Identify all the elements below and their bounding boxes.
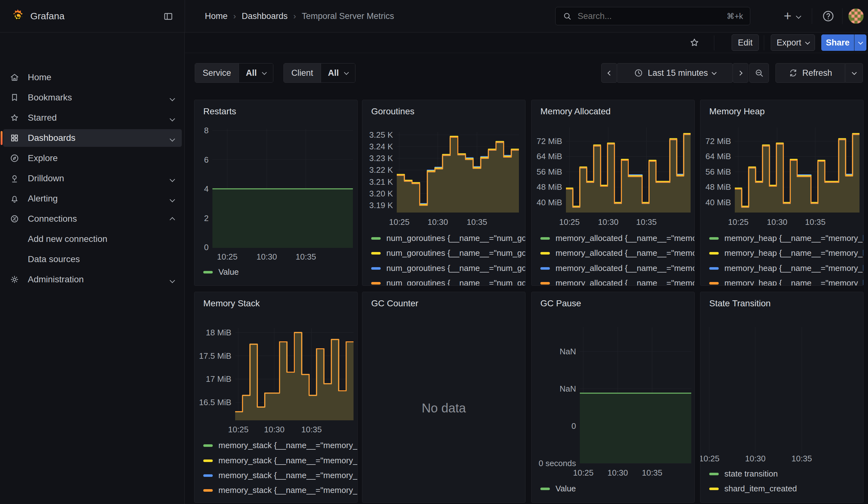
legend-item[interactable]: memory_heap {__name__="memory_h [709, 248, 864, 258]
breadcrumb-dashboards[interactable]: Dashboards [242, 11, 288, 21]
legend-item[interactable]: memory_heap {__name__="memory_h [709, 233, 864, 243]
panel-title[interactable]: State Transition [709, 298, 771, 309]
refresh-interval-button[interactable] [845, 63, 863, 83]
panel-title[interactable]: GC Pause [540, 298, 581, 309]
y-axis-label: 56 MiB [700, 167, 731, 177]
sidebar-item-bookmarks[interactable]: Bookmarks [3, 89, 182, 106]
sidebar-item-alerting[interactable]: Alerting [3, 190, 182, 207]
chevron-down-icon [851, 70, 857, 75]
export-label: Export [776, 38, 801, 48]
chart-plot[interactable] [213, 129, 353, 248]
chart-plot[interactable] [580, 327, 691, 463]
sidebar-item-explore[interactable]: Explore [3, 150, 182, 167]
legend-item[interactable]: memory_allocated {__name__="memo [540, 278, 695, 286]
x-axis-label: 10:30 [767, 217, 787, 227]
sidebar-item-label: Data sources [28, 254, 80, 264]
panel-title[interactable]: Restarts [203, 106, 236, 116]
legend-series-label: num_goroutines {__name__="num_go [386, 263, 526, 273]
chart-plot[interactable] [735, 127, 859, 213]
x-axis-label: 10:30 [264, 424, 285, 434]
grafana-app: Grafana Home › Dashboards › Temporal Ser… [0, 0, 868, 504]
x-axis-label: 10:30 [607, 468, 628, 478]
x-axis-label: 10:35 [642, 468, 662, 478]
sidebar-item-dashboards[interactable]: Dashboards [3, 129, 182, 147]
breadcrumb-home[interactable]: Home [205, 11, 228, 21]
legend-item[interactable]: num_goroutines {__name__="num_go [371, 233, 526, 243]
legend-item[interactable]: Value [203, 267, 239, 277]
legend-item[interactable]: shard_item_created [709, 484, 797, 494]
search-bar[interactable]: ⌘+k [555, 7, 750, 25]
export-button[interactable]: Export [771, 34, 815, 51]
time-shift-back-button[interactable] [601, 63, 617, 83]
panel-title[interactable]: Goroutines [371, 106, 414, 116]
client-filter[interactable]: Client All [283, 63, 355, 83]
legend-item[interactable]: memory_stack {__name__="memory_s [203, 485, 358, 495]
chevron-down-icon[interactable] [170, 93, 174, 103]
chevron-down-icon[interactable] [170, 173, 174, 184]
search-input[interactable] [577, 11, 726, 21]
collapse-menu-icon[interactable] [163, 11, 174, 22]
sidebar-item-connections[interactable]: Connections [3, 210, 182, 228]
legend-series-color [709, 237, 719, 240]
y-axis-label: 64 MiB [531, 151, 562, 161]
add-button[interactable]: + [784, 10, 800, 23]
share-menu-button[interactable] [855, 34, 866, 51]
legend-item[interactable]: memory_allocated {__name__="memo [540, 233, 695, 243]
legend-item[interactable]: Value [540, 484, 576, 494]
panel-title[interactable]: Memory Stack [203, 298, 260, 309]
legend-series-label: memory_stack {__name__="memory_s [218, 456, 358, 465]
time-range-picker[interactable]: Last 15 minutes [617, 63, 733, 83]
legend-item[interactable]: memory_stack {__name__="memory_s [203, 441, 358, 450]
chevron-down-icon[interactable] [170, 113, 174, 123]
refresh-button[interactable]: Refresh [776, 63, 845, 83]
share-button[interactable]: Share [821, 34, 854, 51]
legend-item[interactable]: memory_allocated {__name__="memo [540, 248, 695, 258]
legend-item[interactable]: num_goroutines {__name__="num_go [371, 263, 526, 273]
legend-item[interactable]: num_goroutines {__name__="num_go [371, 278, 526, 286]
sidebar-item-add-new-connection[interactable]: Add new connection [3, 230, 182, 248]
service-filter-value[interactable]: All [239, 63, 273, 82]
avatar[interactable] [848, 9, 864, 24]
sidebar-item-home[interactable]: Home [3, 69, 182, 86]
chart-plot[interactable] [566, 127, 691, 213]
chevron-down-icon[interactable] [170, 133, 174, 143]
zoom-out-button[interactable] [749, 63, 769, 83]
sidebar-item-drilldown[interactable]: Drilldown [3, 169, 182, 187]
legend-item[interactable]: num_goroutines {__name__="num_go [371, 248, 526, 258]
chevron-down-icon [805, 40, 810, 44]
edit-button[interactable]: Edit [732, 34, 759, 51]
chevron-down-icon[interactable] [170, 194, 174, 204]
search-shortcut: ⌘+k [726, 12, 743, 21]
help-icon[interactable] [822, 10, 835, 23]
panel-title[interactable]: GC Counter [371, 298, 418, 309]
panel-title[interactable]: Memory Allocated [540, 106, 611, 116]
chart-plot[interactable] [397, 132, 519, 213]
brand-name[interactable]: Grafana [30, 11, 64, 21]
sidebar-item-administration[interactable]: Administration [3, 271, 182, 288]
no-data-message: No data [362, 401, 525, 415]
chart-plot[interactable] [235, 328, 353, 420]
time-shift-forward-button[interactable] [733, 63, 748, 83]
favorite-star-icon[interactable] [689, 37, 700, 48]
client-filter-value[interactable]: All [321, 63, 355, 82]
sidebar-item-data-sources[interactable]: Data sources [3, 250, 182, 268]
legend-series-color [709, 473, 719, 475]
legend-item[interactable]: memory_stack {__name__="memory_s [203, 456, 358, 465]
chart-plot[interactable] [703, 327, 861, 453]
x-axis-label: 10:25 [573, 468, 593, 478]
search-icon [562, 11, 572, 21]
legend-series-label: memory_heap {__name__="memory_h [724, 263, 864, 273]
y-axis-label: 56 MiB [531, 167, 562, 177]
legend-item[interactable]: memory_heap {__name__="memory_h [709, 278, 864, 286]
chevron-up-icon[interactable] [170, 214, 174, 224]
panel-state-transition: State Transition10:2510:3010:35state tra… [700, 292, 864, 503]
legend-series-color [371, 252, 381, 255]
panel-title[interactable]: Memory Heap [709, 106, 765, 116]
legend-item[interactable]: memory_stack {__name__="memory_s [203, 471, 358, 480]
legend-item[interactable]: state transition [709, 469, 778, 479]
legend-item[interactable]: memory_heap {__name__="memory_h [709, 263, 864, 273]
sidebar-item-starred[interactable]: Starred [3, 109, 182, 127]
chevron-down-icon[interactable] [170, 275, 174, 285]
service-filter[interactable]: Service All [195, 63, 273, 83]
legend-item[interactable]: memory_allocated {__name__="memo [540, 263, 695, 273]
